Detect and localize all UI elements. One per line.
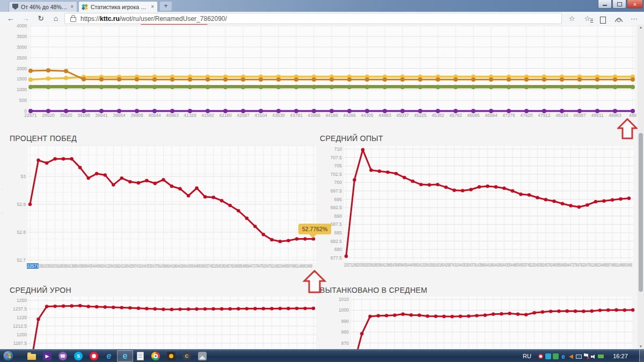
axis-label: 52.9 (2, 202, 26, 207)
dark-app-icon[interactable]: C (182, 351, 192, 361)
axis-label: 2000 (3, 66, 27, 71)
stray-mark: : (2, 187, 3, 191)
window-controls: × (597, 0, 643, 9)
maximize-button[interactable] (612, 0, 626, 9)
axis-label: 52.8 (2, 230, 26, 235)
folder-icon[interactable] (27, 351, 36, 361)
axis-label: 46594 (482, 113, 500, 118)
axis-label: 1000 (325, 307, 349, 313)
axis-label: 705 (318, 163, 342, 168)
tray-volume-icon[interactable] (590, 353, 597, 360)
axis-label: 692.5 (318, 205, 342, 210)
opera-icon[interactable] (89, 351, 99, 361)
chart-title-avg-damage: СРЕДНИЙ УРОН (10, 286, 71, 294)
hazard-app-icon[interactable] (166, 351, 176, 361)
axis-label: 1212.5 (3, 323, 27, 329)
axis-label: 1010 (325, 297, 349, 302)
tab-title: От 46% до 48% побед как так? (21, 4, 68, 10)
stray-mark: : (318, 336, 319, 341)
taskbar-clock[interactable]: 16:27 (610, 353, 631, 359)
axis-label: 29520 (40, 113, 57, 118)
axis-label: 40544 (146, 113, 163, 118)
axis-label: 1500 (3, 76, 27, 82)
tab-title: Статистика игрока RenamedUs... (91, 4, 148, 10)
chart-title-win-rate: ПРОЦЕНТ ПОБЕД (10, 134, 77, 143)
notepad-icon[interactable] (135, 351, 145, 361)
axis-label: 41328 (181, 113, 199, 118)
axis-label: 700 (318, 180, 342, 185)
tray-horn-icon[interactable] (567, 353, 574, 360)
axis-label: 44186 (323, 113, 340, 118)
stray-mark: . (318, 216, 319, 221)
axis-label: 35620 (57, 113, 75, 118)
internet-explorer-icon[interactable]: e (104, 351, 114, 361)
axis-label: 4000 (3, 23, 27, 28)
scrollbar-thumb[interactable] (639, 133, 643, 292)
axis-label: 3000 (3, 45, 27, 50)
win-rate-x-axis: 2257129520356203918839541396543990840544… (27, 263, 317, 269)
axis-label: 690 (318, 213, 342, 219)
stray-mark: : (2, 211, 3, 216)
axis-label: 682.5 (318, 239, 342, 244)
edge-icon[interactable]: e (120, 351, 130, 361)
kttc-favicon-icon (82, 4, 88, 10)
axis-label: 45037 (394, 113, 411, 118)
close-tab-icon[interactable]: × (70, 4, 74, 10)
axis-label: 45225 (412, 113, 429, 118)
language-indicator[interactable]: RU (523, 353, 531, 359)
chart-tooltip: 52.7762% (298, 224, 331, 234)
axis-label: 44305 (358, 113, 376, 118)
axis-label: 710 (318, 146, 342, 152)
tab-player-stats[interactable]: Статистика игрока RenamedUs... × (78, 1, 158, 12)
axis-label: 43104 (252, 113, 269, 118)
viber-icon[interactable]: ☎ (58, 351, 68, 361)
chart-title-avg-blocked: ВЫТАНКОВАНО В СРЕДНЕМ (320, 286, 427, 294)
taskbar: ▶ ☎ S e e C RU e 16:27 (0, 349, 644, 362)
skype-icon[interactable]: S (74, 351, 83, 361)
axis-label: 1250 (3, 298, 27, 303)
axis-label: 39908 (128, 113, 145, 118)
axis-label: 52.7 (2, 257, 26, 263)
axis-label: 697.5 (318, 188, 342, 194)
tray-opera-icon[interactable] (537, 353, 544, 360)
axis-label: 48911 (589, 113, 606, 118)
new-tab-button[interactable]: + (160, 2, 172, 11)
selected-battle-label: 22571 (27, 263, 39, 269)
axis-label: 707.5 (318, 155, 342, 160)
media-app-icon[interactable]: ▶ (42, 351, 52, 361)
minimize-button[interactable] (598, 0, 612, 9)
axis-label: 43791 (288, 113, 305, 118)
axis-label: 46085 (465, 113, 482, 118)
screen: От 46% до 48% побед как так? × Статистик… (0, 0, 644, 362)
tab-forum[interactable]: От 46% до 48% побед как так? × (9, 1, 77, 12)
axis-label: 970 (325, 341, 349, 346)
tray-action-center-icon[interactable] (583, 353, 590, 360)
show-desktop-button[interactable] (639, 350, 644, 362)
photos-app-icon[interactable] (197, 351, 207, 361)
tray-edge-icon[interactable]: e (560, 353, 567, 360)
tray-monitor-icon[interactable] (575, 353, 582, 360)
start-button[interactable] (3, 350, 14, 361)
tray-teal-icon[interactable] (545, 353, 552, 360)
axis-label: 2500 (3, 55, 27, 61)
annotation-arrow-up-center (302, 269, 327, 294)
axis-label: 44266 (341, 113, 358, 118)
axis-label: 1237.5 (3, 306, 27, 312)
avg-xp-x-axis: 2257129520356203918839541396543990840544… (344, 262, 632, 268)
axis-label: 695 (318, 197, 342, 202)
axis-label: 500 (3, 98, 27, 103)
close-tab-icon[interactable]: × (151, 4, 154, 10)
axis-label: 22571 (22, 113, 39, 118)
chrome-icon[interactable] (151, 351, 160, 361)
scroll-down-icon[interactable]: ▼ (638, 344, 644, 349)
window-close-button[interactable]: × (627, 0, 643, 9)
x-axis-labels: 2257129520356203918839541396543990840544… (344, 262, 632, 268)
scroll-up-icon[interactable]: ▲ (638, 25, 644, 30)
axis-label: 47912 (536, 113, 553, 118)
axis-label: 43530 (270, 113, 287, 118)
profile-icon[interactable] (611, 15, 626, 22)
tray-battery-icon[interactable] (597, 353, 604, 360)
axis-label: 990 (325, 319, 349, 324)
tray-green-icon[interactable] (552, 353, 559, 360)
axis-label: 1200 (3, 332, 27, 337)
